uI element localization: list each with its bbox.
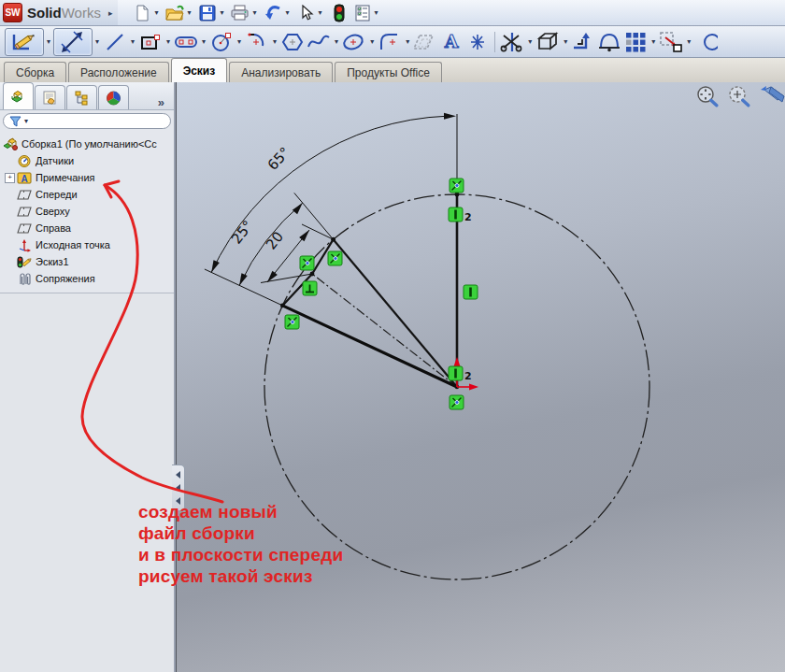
options-dropdown-arrow-icon[interactable]: ▾ [375, 8, 378, 17]
rectangle-tool-button[interactable] [137, 29, 164, 55]
undo-dropdown-arrow-icon[interactable]: ▾ [286, 8, 290, 17]
menu-flyout-arrow-icon[interactable]: ▸ [108, 8, 113, 18]
new-dropdown-arrow-icon[interactable]: ▾ [154, 8, 158, 17]
length-dimension-20-label[interactable]: 20 [263, 228, 287, 252]
tree-item-mates[interactable]: Сопряжения [3, 270, 174, 287]
text-tool-button[interactable]: A [438, 29, 464, 55]
linear-pattern-button[interactable] [622, 29, 649, 55]
coincident-badge[interactable] [285, 315, 299, 329]
sketch-tool-button[interactable] [5, 28, 44, 56]
rebuild-button[interactable] [328, 2, 350, 24]
app-logo[interactable]: SW SolidWorks ▸ [0, 0, 118, 25]
offset-entities-button[interactable] [570, 29, 596, 55]
arc-dropdown-arrow-icon[interactable]: ▾ [273, 37, 277, 46]
convert-entities-button[interactable] [535, 29, 561, 55]
fillet-tool-button[interactable] [377, 29, 403, 55]
tab-evaluate[interactable]: Анализировать [229, 62, 333, 82]
arc-tool-button[interactable] [244, 29, 270, 55]
open-dropdown-arrow-icon[interactable]: ▾ [187, 8, 191, 17]
tab-propertymanager[interactable] [35, 85, 65, 109]
tab-configurationmanager[interactable] [66, 85, 97, 109]
tree-item-sensors[interactable]: Датчики [3, 152, 174, 169]
spline-tool-button[interactable] [306, 29, 332, 55]
ellipse-tool-button[interactable] [341, 29, 367, 55]
mirror-entities-button[interactable] [596, 29, 622, 55]
sketch-point[interactable] [280, 304, 285, 308]
trim-dropdown-arrow-icon[interactable]: ▾ [528, 37, 532, 46]
polygon-tool-button[interactable] [279, 29, 306, 55]
move-dropdown-arrow-icon[interactable]: ▾ [687, 37, 691, 46]
circle-dropdown-arrow-icon[interactable]: ▾ [237, 37, 241, 46]
tree-item-right-plane[interactable]: Справа [3, 220, 174, 236]
open-document-button[interactable] [164, 2, 186, 24]
tree-item-top-plane[interactable]: Сверху [3, 203, 174, 220]
tree-item-origin[interactable]: Исходная точка [3, 236, 174, 253]
spline-dropdown-arrow-icon[interactable]: ▾ [335, 37, 338, 46]
tree-item-sketch1[interactable]: Эскиз1 [3, 253, 174, 270]
dimension-dropdown-arrow-icon[interactable]: ▾ [95, 37, 99, 46]
coincident-badge[interactable] [450, 395, 464, 409]
graphics-viewport[interactable]: 65° 25° 20 [176, 82, 785, 672]
clipped-tool-button[interactable] [695, 29, 721, 55]
new-document-button[interactable] [131, 2, 153, 24]
options-button[interactable] [351, 2, 374, 24]
sketch-canvas[interactable]: 65° 25° 20 [177, 82, 784, 671]
tab-layout[interactable]: Расположение [68, 62, 169, 82]
convert-dropdown-arrow-icon[interactable]: ▾ [564, 37, 567, 46]
filter-dropdown-arrow-icon[interactable]: ▾ [24, 117, 28, 125]
view-orientation-tool-icon[interactable] [759, 84, 785, 110]
radial-line-40deg[interactable] [334, 239, 457, 387]
ellipse-dropdown-arrow-icon[interactable]: ▾ [370, 37, 374, 46]
sketch-point[interactable] [331, 237, 335, 242]
save-button[interactable] [196, 2, 219, 24]
save-dropdown-arrow-icon[interactable]: ▾ [220, 8, 223, 17]
angle-dimension-25-label[interactable]: 25° [228, 217, 257, 247]
zoom-to-fit-icon[interactable] [695, 85, 721, 109]
undo-button[interactable] [263, 2, 285, 24]
zoom-to-area-icon[interactable] [727, 85, 752, 109]
dimension-arc-65[interactable] [211, 116, 448, 272]
tab-displaymanager[interactable] [98, 85, 129, 109]
tab-assembly[interactable]: Сборка [4, 62, 66, 82]
tree-item-front-plane[interactable]: Спереди [3, 186, 174, 203]
tree-filter-input[interactable]: ▾ [3, 113, 171, 129]
point-tool-button[interactable] [464, 29, 491, 55]
plane-tool-button[interactable] [412, 29, 438, 55]
tree-item-annotations[interactable]: + A Примечания [3, 169, 174, 186]
sketch-point[interactable] [310, 272, 315, 277]
slot-tool-button[interactable] [173, 29, 199, 55]
slot-dropdown-arrow-icon[interactable]: ▾ [202, 37, 206, 46]
vertical-badge[interactable] [464, 285, 478, 299]
parallel-badge[interactable] [449, 366, 463, 380]
fillet-dropdown-arrow-icon[interactable]: ▾ [406, 37, 409, 46]
trim-tool-button[interactable] [499, 29, 525, 55]
tab-office-products[interactable]: Продукты Office [335, 62, 442, 82]
angle-dimension-65-label[interactable]: 65° [264, 144, 293, 174]
expand-plus-icon[interactable]: + [5, 173, 15, 183]
select-button[interactable] [295, 2, 318, 24]
coincident-badge[interactable] [328, 251, 342, 265]
rectangle-dropdown-arrow-icon[interactable]: ▾ [166, 37, 170, 46]
line-tool-button[interactable] [102, 29, 128, 55]
dim-arrow [293, 201, 306, 214]
print-button[interactable] [229, 2, 251, 24]
perpendicular-badge[interactable] [303, 281, 317, 295]
pattern-dropdown-arrow-icon[interactable]: ▾ [651, 37, 655, 46]
coincident-badge[interactable] [450, 179, 464, 193]
sketch-dropdown-arrow-icon[interactable]: ▾ [47, 37, 50, 46]
radial-line-65deg[interactable] [282, 306, 457, 387]
panel-overflow-chevron[interactable]: » [158, 95, 164, 109]
tab-featuremanager-tree[interactable] [3, 82, 34, 109]
circle-tool-button[interactable] [208, 29, 235, 55]
smart-dimension-button[interactable] [53, 28, 93, 56]
panel-collapse-handle[interactable] [172, 465, 185, 511]
move-entities-button[interactable] [658, 29, 684, 55]
coincident-badge[interactable] [300, 256, 314, 270]
mates-paperclip-icon [17, 272, 32, 286]
parallel-badge[interactable] [449, 207, 463, 222]
line-dropdown-arrow-icon[interactable]: ▾ [131, 37, 135, 46]
tab-sketch[interactable]: Эскиз [171, 58, 228, 82]
tree-item-assembly-root[interactable]: Сборка1 (По умолчанию<Сс [3, 136, 174, 152]
select-dropdown-arrow-icon[interactable]: ▾ [319, 8, 322, 17]
print-dropdown-arrow-icon[interactable]: ▾ [252, 8, 256, 17]
